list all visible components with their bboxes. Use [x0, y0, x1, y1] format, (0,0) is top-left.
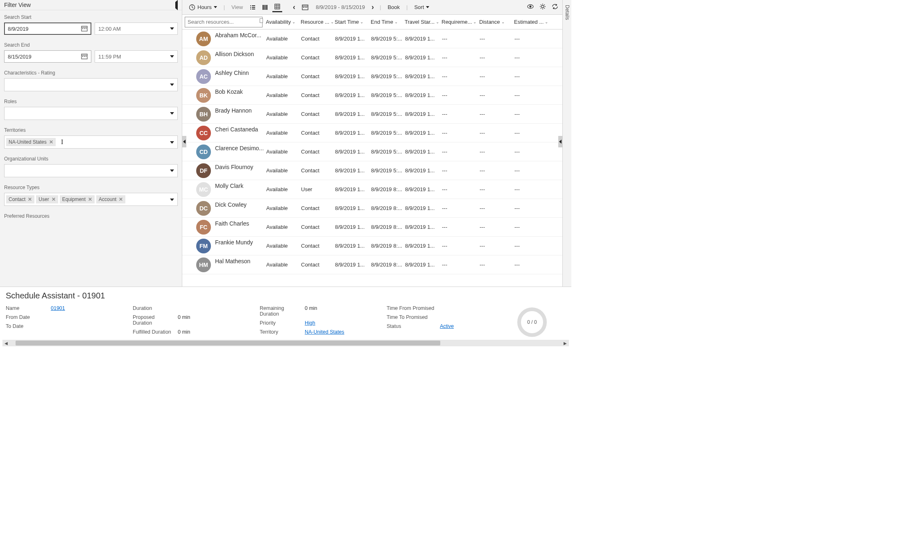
- svg-rect-14: [252, 5, 255, 6]
- progress-ring: 0 / 0: [517, 307, 547, 337]
- gear-icon[interactable]: [539, 3, 546, 11]
- cell-end: 8/9/2019 5:...: [371, 149, 405, 155]
- cell-travel: 8/9/2019 1...: [405, 111, 442, 117]
- book-button[interactable]: Book: [385, 2, 402, 12]
- name-link[interactable]: 01901: [51, 305, 65, 311]
- scroll-left-icon[interactable]: ◀: [2, 339, 10, 347]
- cell-availability: Available: [266, 243, 301, 249]
- cell-est: ---: [514, 130, 557, 136]
- priority-link[interactable]: High: [305, 320, 315, 326]
- view-list-button[interactable]: [248, 2, 258, 12]
- table-row[interactable]: FCFaith CharlesAvailableContact8/9/2019 …: [182, 218, 562, 237]
- date-picker-button[interactable]: [299, 2, 311, 12]
- territory-link[interactable]: NA-United States: [305, 329, 344, 335]
- collapse-left-icon[interactable]: [175, 2, 178, 8]
- resource-name: Hal Matheson: [215, 255, 266, 265]
- calendar-icon[interactable]: [81, 25, 88, 32]
- table-row[interactable]: DFDavis FlournoyAvailableContact8/9/2019…: [182, 161, 562, 180]
- search-start-date-input[interactable]: 8/9/2019: [4, 23, 91, 35]
- hours-dropdown[interactable]: Hours: [186, 2, 220, 12]
- cell-resource-type: Contact: [301, 205, 335, 211]
- eye-icon[interactable]: [527, 3, 534, 11]
- resource-name: Abraham McCor...: [215, 29, 266, 39]
- cell-availability: Available: [266, 92, 301, 98]
- cell-req: ---: [442, 243, 480, 249]
- cell-req: ---: [442, 149, 480, 155]
- table-row[interactable]: CDClarence Desimo...AvailableContact8/9/…: [182, 142, 562, 161]
- table-row[interactable]: FMFrankie MundyAvailableContact8/9/2019 …: [182, 237, 562, 255]
- prev-button[interactable]: ‹: [291, 3, 297, 11]
- table-row[interactable]: BHBrady HannonAvailableContact8/9/2019 1…: [182, 105, 562, 124]
- cell-est: ---: [514, 92, 557, 98]
- table-row[interactable]: HMHal MathesonAvailableContact8/9/2019 1…: [182, 255, 562, 274]
- cell-availability: Available: [266, 186, 301, 192]
- sort-dropdown[interactable]: Sort: [412, 2, 432, 12]
- separator: |: [224, 4, 225, 10]
- territory-label: Territory: [260, 329, 301, 335]
- remove-tag-icon[interactable]: ✕: [28, 196, 32, 202]
- chevron-down-icon[interactable]: [260, 18, 263, 23]
- search-end-time-select[interactable]: 11:59 PM: [95, 50, 178, 63]
- date-range-label[interactable]: 8/9/2019 - 8/15/2019: [313, 2, 367, 12]
- panel-splitter-left[interactable]: [182, 136, 186, 147]
- remove-tag-icon[interactable]: ✕: [88, 196, 92, 202]
- avatar: AD: [196, 50, 211, 65]
- svg-rect-21: [266, 5, 267, 10]
- column-distance[interactable]: Distance⌄: [479, 19, 514, 25]
- avatar: DF: [196, 163, 211, 178]
- scroll-thumb[interactable]: [16, 341, 440, 345]
- remove-tag-icon[interactable]: ✕: [49, 139, 53, 145]
- cell-resource-type: Contact: [301, 224, 335, 230]
- calendar-icon[interactable]: [81, 53, 88, 60]
- avatar: CD: [196, 145, 211, 159]
- search-resources-field[interactable]: [188, 19, 260, 25]
- cell-dist: ---: [480, 36, 514, 42]
- calendar-icon: [302, 4, 308, 11]
- table-row[interactable]: MCMolly ClarkAvailableUser8/9/2019 1...8…: [182, 180, 562, 199]
- bottom-scrollbar[interactable]: ◀ ▶: [2, 340, 569, 346]
- column-estimated[interactable]: Estimated ...⌄: [514, 19, 557, 25]
- table-row[interactable]: BKBob KozakAvailableContact8/9/2019 1...…: [182, 86, 562, 105]
- territories-field[interactable]: NA-United States✕ I: [4, 135, 178, 149]
- table-row[interactable]: CCCheri CastanedaAvailableContact8/9/201…: [182, 124, 562, 142]
- search-start-time-select[interactable]: 12:00 AM: [95, 23, 178, 35]
- column-end-time[interactable]: End Time⌄: [371, 19, 405, 25]
- next-button[interactable]: ›: [370, 3, 376, 11]
- table-row[interactable]: ADAllison DicksonAvailableContact8/9/201…: [182, 48, 562, 67]
- column-travel-start[interactable]: Travel Star...⌄: [405, 19, 442, 25]
- view-grid-button[interactable]: [272, 2, 282, 12]
- search-start-time-value: 12:00 AM: [98, 26, 121, 32]
- cell-availability: Available: [266, 262, 301, 268]
- svg-rect-20: [265, 5, 266, 10]
- cell-availability: Available: [266, 111, 301, 117]
- characteristics-select[interactable]: [4, 78, 178, 91]
- cell-resource-type: Contact: [301, 130, 335, 136]
- column-requirement[interactable]: Requireme...⌄: [442, 19, 479, 25]
- status-link[interactable]: Active: [440, 323, 454, 329]
- cell-start: 8/9/2019 1...: [335, 243, 371, 249]
- search-end-date-input[interactable]: 8/15/2019: [4, 50, 91, 63]
- search-resources-input[interactable]: [185, 17, 263, 27]
- text-cursor-icon: I: [61, 138, 63, 146]
- table-row[interactable]: DCDick CowleyAvailableContact8/9/2019 1.…: [182, 199, 562, 218]
- proposed-duration-value: 0 min: [178, 314, 190, 326]
- panel-splitter-right[interactable]: [558, 136, 562, 147]
- chevron-down-icon: [170, 55, 174, 58]
- column-start-time[interactable]: Start Time⌄: [335, 19, 371, 25]
- org-units-select[interactable]: [4, 164, 178, 177]
- resource-types-field[interactable]: Contact✕User✕Equipment✕Account✕: [4, 193, 178, 206]
- chevron-down-icon: [170, 169, 174, 172]
- table-row[interactable]: ACAshley ChinnAvailableContact8/9/2019 1…: [182, 67, 562, 86]
- table-row[interactable]: AMAbraham McCor...AvailableContact8/9/20…: [182, 29, 562, 48]
- column-resource-type[interactable]: Resource ...⌄: [301, 19, 335, 25]
- search-end-time-value: 11:59 PM: [98, 54, 121, 60]
- column-availability[interactable]: Availability⌄: [266, 19, 301, 25]
- remove-tag-icon[interactable]: ✕: [119, 196, 123, 202]
- view-columns-button[interactable]: [260, 2, 270, 12]
- chevron-down-icon: [170, 199, 174, 201]
- remove-tag-icon[interactable]: ✕: [52, 196, 56, 202]
- refresh-icon[interactable]: [552, 3, 558, 11]
- roles-select[interactable]: [4, 107, 178, 120]
- scroll-right-icon[interactable]: ▶: [562, 339, 569, 347]
- avatar: FM: [196, 239, 211, 253]
